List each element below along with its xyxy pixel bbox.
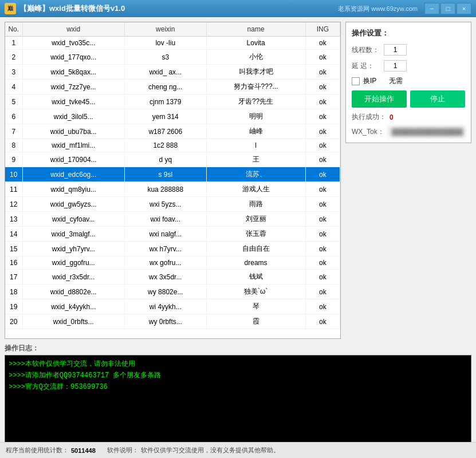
wxtok-row: WX_Tok： ████████████████ <box>352 127 465 137</box>
stop-button[interactable]: 停止 <box>410 90 465 108</box>
desc-item: 软件说明： 软件仅供学习交流使用，没有义务提供其他帮助。 <box>107 446 280 455</box>
table-row[interactable]: 9wxid_170904...d yq王ok <box>5 152 340 167</box>
settings-title: 操作设置： <box>352 28 465 38</box>
table-row[interactable]: 11wxid_qm8yiu...kua 288888游戏人生ok <box>5 182 340 197</box>
cell-name: 游戏人生 <box>206 182 305 197</box>
cell-no: 4 <box>5 80 22 94</box>
table-row[interactable]: 15wxid_yh7yrv...wx h7yrv...自由自在ok <box>5 242 340 256</box>
table-row[interactable]: 1wxid_tvo35c...lov -liuLovitaok <box>5 37 340 50</box>
cell-name: 小伦 <box>206 50 305 65</box>
app-title: 【巅峰】wxid批量转微信号v1.0 <box>19 3 338 14</box>
table-header-row: No. wxid weixin name ING <box>5 22 340 37</box>
minimize-button[interactable]: − <box>424 3 439 14</box>
table-row[interactable]: 19wxid_k4yykh...wi 4yykh...琴ok <box>5 299 340 314</box>
usage-label: 程序当前使用统计数： <box>6 446 69 455</box>
cell-weixin: wy 0rbfts... <box>124 314 206 329</box>
change-ip-checkbox[interactable] <box>352 77 360 85</box>
cell-weixin: s3 <box>124 50 206 65</box>
cell-wxid: wxid_7zz7ye... <box>22 80 124 94</box>
right-panel: 操作设置： 线程数： 1 延 迟： 1 换IP 无需 开始操作 停止 执行成功：… <box>345 22 471 339</box>
cell-weixin: 1c2 888 <box>124 139 206 152</box>
settings-box: 操作设置： 线程数： 1 延 迟： 1 换IP 无需 开始操作 停止 执行成功：… <box>345 22 471 143</box>
main-area: No. wxid weixin name ING 1wxid_tvo35c...… <box>0 17 476 344</box>
cell-name: 刘亚丽 <box>206 212 305 227</box>
cell-wxid: wxid_3malgf... <box>22 227 124 242</box>
col-name: name <box>206 22 305 37</box>
cell-wxid: wxid_3ilol5... <box>22 109 124 124</box>
start-button[interactable]: 开始操作 <box>352 90 407 108</box>
cell-no: 9 <box>5 152 22 167</box>
cell-no: 20 <box>5 314 22 329</box>
table-row[interactable]: 2wxid_177qxo... s3小伦ok <box>5 50 340 65</box>
cell-name: 王 <box>206 152 305 167</box>
cell-wxid: wxid_tvo35c... <box>22 37 124 50</box>
cell-wxid: wxid_cyfoav... <box>22 212 124 227</box>
exec-success-count: 0 <box>390 113 394 121</box>
cell-name: 叫我李才吧 <box>206 65 305 80</box>
cell-ing: ok <box>305 197 340 212</box>
cell-weixin: wxid_ ax... <box>124 65 206 80</box>
table-row[interactable]: 16wxid_ggofru...wx gofru...dreamsok <box>5 256 340 270</box>
cell-weixin: yem 314 <box>124 109 206 124</box>
table-row[interactable]: 18wxid_d8802e...wy 8802e...独美`ω`ok <box>5 285 340 299</box>
exec-success-label: 执行成功： <box>352 112 386 122</box>
thread-value[interactable]: 1 <box>384 44 407 56</box>
cell-ing: ok <box>305 124 340 139</box>
table-row[interactable]: 4wxid_7zz7ye...cheng ng...努力奋斗???...ok <box>5 80 340 94</box>
cell-ing: ok <box>305 299 340 314</box>
cell-name: 张玉蓉 <box>206 227 305 242</box>
cell-no: 18 <box>5 285 22 299</box>
cell-weixin: lov -liu <box>124 37 206 50</box>
delay-value[interactable]: 1 <box>384 60 407 72</box>
wxtok-value[interactable]: ████████████████ <box>388 127 465 137</box>
table-row[interactable]: 8wxid_mf1lmi...1c2 888lok <box>5 139 340 152</box>
cell-ing: ok <box>305 314 340 329</box>
log-line: >>>>请添加作者QQ9374463717 多个朋友多条路 <box>9 370 467 380</box>
cell-name: 雨路 <box>206 197 305 212</box>
maximize-button[interactable]: □ <box>440 3 455 14</box>
cell-name: 琴 <box>206 299 305 314</box>
cell-weixin: d yq <box>124 152 206 167</box>
cell-name: l <box>206 139 305 152</box>
cell-weixin: wxi nalgf... <box>124 227 206 242</box>
cell-weixin: wi 4yykh... <box>124 299 206 314</box>
cell-weixin: wxi foav... <box>124 212 206 227</box>
cell-ing: ok <box>305 80 340 94</box>
table-row[interactable]: 3wxid_5k8qax...wxid_ ax...叫我李才吧ok <box>5 65 340 80</box>
table-row[interactable]: 10wxid_edc6og...s 9sl流苏、ok <box>5 167 340 182</box>
usage-count: 5011448 <box>71 447 96 454</box>
close-button[interactable]: × <box>457 3 471 14</box>
cell-ing: ok <box>305 285 340 299</box>
cell-no: 8 <box>5 139 22 152</box>
table-row[interactable]: 6wxid_3ilol5...yem 314明明ok <box>5 109 340 124</box>
cell-ing: ok <box>305 65 340 80</box>
col-weixin: weixin <box>124 22 206 37</box>
change-ip-row: 换IP 无需 <box>352 76 465 86</box>
table-row[interactable]: 13wxid_cyfoav...wxi foav...刘亚丽ok <box>5 212 340 227</box>
cell-no: 5 <box>5 94 22 109</box>
table-row[interactable]: 17wxid_r3x5dr...wx 3x5dr...钱斌ok <box>5 270 340 285</box>
cell-no: 10 <box>5 167 22 182</box>
table-row[interactable]: 20wxid_0rbfts...wy 0rbfts...霞ok <box>5 314 340 329</box>
cell-no: 3 <box>5 65 22 80</box>
table-row[interactable]: 5wxid_tvke45...cjnm 1379牙齿??先生ok <box>5 94 340 109</box>
cell-ing: ok <box>305 182 340 197</box>
data-table: No. wxid weixin name ING 1wxid_tvo35c...… <box>5 22 340 329</box>
col-ing: ING <box>305 22 340 37</box>
table-row[interactable]: 12wxid_gw5yzs...wxi 5yzs...雨路ok <box>5 197 340 212</box>
cell-name: 岫峰 <box>206 124 305 139</box>
cell-no: 19 <box>5 299 22 314</box>
table-row[interactable]: 14wxid_3malgf...wxi nalgf...张玉蓉ok <box>5 227 340 242</box>
cell-weixin: wx 3x5dr... <box>124 270 206 285</box>
action-buttons: 开始操作 停止 <box>352 90 465 108</box>
cell-no: 7 <box>5 124 22 139</box>
cell-weixin: s 9sl <box>124 167 206 182</box>
cell-wxid: wxid_5k8qax... <box>22 65 124 80</box>
log-box[interactable]: >>>>本软件仅供学习交流，请勿非法使用>>>>请添加作者QQ937446371… <box>5 355 471 444</box>
table-row[interactable]: 7wxid_ubu7ba...w187 2606岫峰ok <box>5 124 340 139</box>
table-wrapper[interactable]: No. wxid weixin name ING 1wxid_tvo35c...… <box>5 22 340 338</box>
desc-text: 软件仅供学习交流使用，没有义务提供其他帮助。 <box>141 446 280 455</box>
table-panel: No. wxid weixin name ING 1wxid_tvo35c...… <box>5 22 341 339</box>
cell-ing: ok <box>305 37 340 50</box>
change-ip-label: 换IP <box>363 76 376 86</box>
